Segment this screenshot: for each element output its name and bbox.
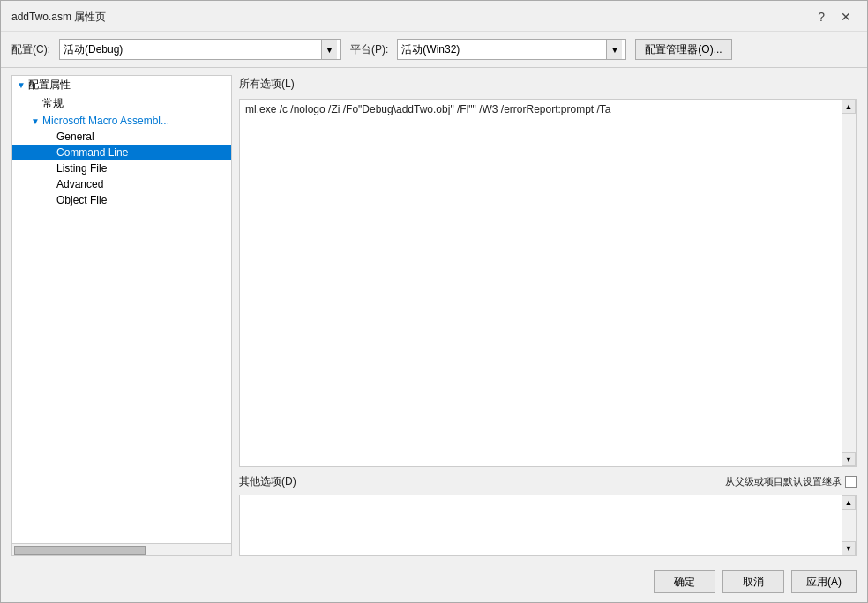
all-options-label: 所有选项(L)	[239, 75, 857, 93]
content-panel: 所有选项(L) ml.exe /c /nologo /Zi /Fo"Debug\…	[239, 75, 857, 556]
other-options-header: 其他选项(D) 从父级或项目默认设置继承	[239, 473, 857, 491]
main-area: ▼配置属性常规▼Microsoft Macro Assembl...Genera…	[1, 68, 867, 563]
other-options-section: 其他选项(D) 从父级或项目默认设置继承 ▲ ▼	[239, 473, 857, 556]
all-options-scroll-track[interactable]	[842, 114, 856, 452]
toolbar: 配置(C): 活动(Debug) ▼ 平台(P): 活动(Win32) ▼ 配置…	[1, 32, 867, 68]
tree-label-general: 常规	[42, 96, 231, 111]
config-manager-button[interactable]: 配置管理器(O)...	[635, 39, 731, 60]
dialog-title: addTwo.asm 属性页	[11, 10, 106, 25]
close-button[interactable]: ✕	[835, 8, 857, 26]
config-value: 活动(Debug)	[64, 42, 321, 57]
tree-item-masm[interactable]: ▼Microsoft Macro Assembl...	[12, 113, 231, 129]
other-scroll-up[interactable]: ▲	[842, 495, 856, 510]
all-options-scroll-up[interactable]: ▲	[842, 100, 856, 114]
tree-item-config-props[interactable]: ▼配置属性	[12, 76, 231, 94]
tree-label-masm: Microsoft Macro Assembl...	[42, 115, 231, 127]
config-combo[interactable]: 活动(Debug) ▼	[59, 39, 341, 60]
tree-label-masm-general: General	[56, 130, 231, 143]
title-bar-buttons: ? ✕	[812, 8, 857, 26]
property-dialog: addTwo.asm 属性页 ? ✕ 配置(C): 活动(Debug) ▼ 平台…	[0, 0, 868, 603]
tree-item-listing-file[interactable]: Listing File	[12, 160, 231, 176]
tree-item-general[interactable]: 常规	[12, 94, 231, 113]
tree-hscroll-thumb	[14, 546, 146, 555]
all-options-scroll-down[interactable]: ▼	[842, 452, 856, 466]
cancel-button[interactable]: 取消	[722, 570, 784, 593]
all-options-area: ml.exe /c /nologo /Zi /Fo"Debug\addTwo.o…	[239, 99, 857, 467]
other-scroll-track[interactable]	[842, 510, 856, 541]
config-label: 配置(C):	[11, 42, 50, 57]
tree-label-config-props: 配置属性	[28, 78, 231, 93]
tree-label-advanced: Advanced	[56, 178, 231, 190]
tree-expander-masm: ▼	[28, 116, 42, 126]
tree-label-listing-file: Listing File	[56, 162, 231, 175]
inherit-checkbox[interactable]	[845, 476, 857, 488]
inherit-checkbox-area: 从父级或项目默认设置继承	[725, 475, 857, 488]
ok-button[interactable]: 确定	[654, 570, 715, 593]
other-options-box: ▲ ▼	[239, 495, 857, 556]
tree-hscroll[interactable]	[12, 543, 231, 555]
tree-label-command-line: Command Line	[56, 146, 231, 159]
other-scroll-down[interactable]: ▼	[842, 541, 856, 555]
other-options-label: 其他选项(D)	[239, 473, 296, 491]
apply-button[interactable]: 应用(A)	[791, 570, 857, 593]
inherit-label: 从父级或项目默认设置继承	[725, 475, 842, 488]
tree-item-advanced[interactable]: Advanced	[12, 176, 231, 192]
tree-item-object-file[interactable]: Object File	[12, 192, 231, 208]
platform-label: 平台(P):	[350, 42, 388, 57]
config-combo-arrow: ▼	[321, 40, 337, 59]
tree-item-command-line[interactable]: Command Line	[12, 145, 231, 160]
tree-panel[interactable]: ▼配置属性常规▼Microsoft Macro Assembl...Genera…	[11, 75, 232, 556]
platform-combo[interactable]: 活动(Win32) ▼	[397, 39, 626, 60]
platform-combo-arrow: ▼	[606, 40, 622, 59]
footer: 确定 取消 应用(A)	[1, 563, 867, 602]
help-button[interactable]: ?	[812, 8, 830, 26]
tree-label-object-file: Object File	[56, 194, 231, 206]
title-bar: addTwo.asm 属性页 ? ✕	[1, 1, 867, 32]
all-options-content: ml.exe /c /nologo /Zi /Fo"Debug\addTwo.o…	[240, 100, 856, 119]
tree-expander-config-props: ▼	[14, 80, 28, 90]
platform-value: 活动(Win32)	[401, 42, 606, 57]
tree-item-masm-general[interactable]: General	[12, 129, 231, 145]
